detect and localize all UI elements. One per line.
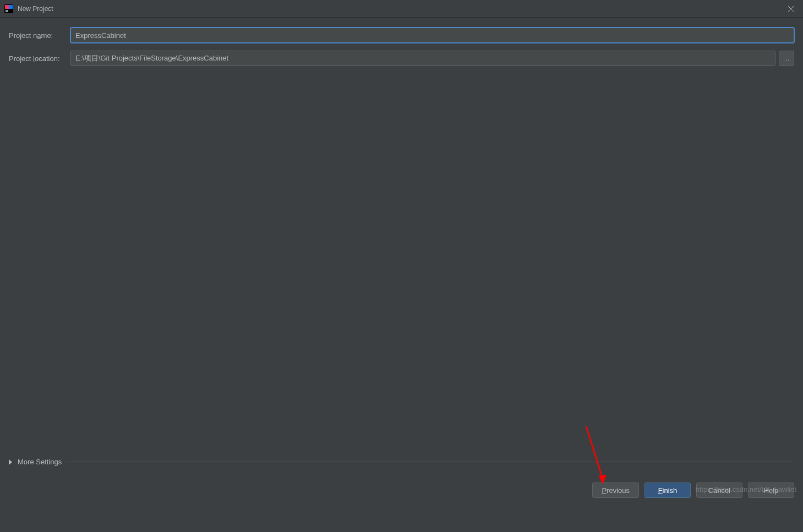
expand-arrow-icon xyxy=(9,459,12,465)
project-name-label: Project name: xyxy=(9,31,70,40)
svg-rect-1 xyxy=(5,5,9,9)
form-area: Project name: Project location: ... xyxy=(0,18,803,78)
more-settings-toggle[interactable]: More Settings xyxy=(9,458,794,466)
svg-rect-2 xyxy=(9,5,13,9)
annotation-arrow-icon xyxy=(581,424,614,490)
project-name-row: Project name: xyxy=(9,28,794,43)
button-bar: Previous Finish Cancel Help xyxy=(592,482,794,498)
project-location-label: Project location: xyxy=(9,54,70,63)
app-icon xyxy=(4,4,13,13)
cancel-button[interactable]: Cancel xyxy=(696,482,742,498)
project-location-input[interactable] xyxy=(70,51,775,66)
help-button[interactable]: Help xyxy=(748,482,794,498)
titlebar: New Project xyxy=(0,0,803,18)
close-button[interactable] xyxy=(778,0,803,18)
window-title: New Project xyxy=(18,5,53,13)
more-settings-label: More Settings xyxy=(18,458,62,466)
svg-rect-3 xyxy=(6,10,8,12)
separator-line xyxy=(66,462,794,462)
project-location-row: Project location: ... xyxy=(9,51,794,66)
browse-button[interactable]: ... xyxy=(779,51,794,66)
svg-line-6 xyxy=(586,426,603,479)
previous-button[interactable]: Previous xyxy=(592,482,639,498)
finish-button[interactable]: Finish xyxy=(644,482,691,498)
project-name-input[interactable] xyxy=(70,28,794,43)
